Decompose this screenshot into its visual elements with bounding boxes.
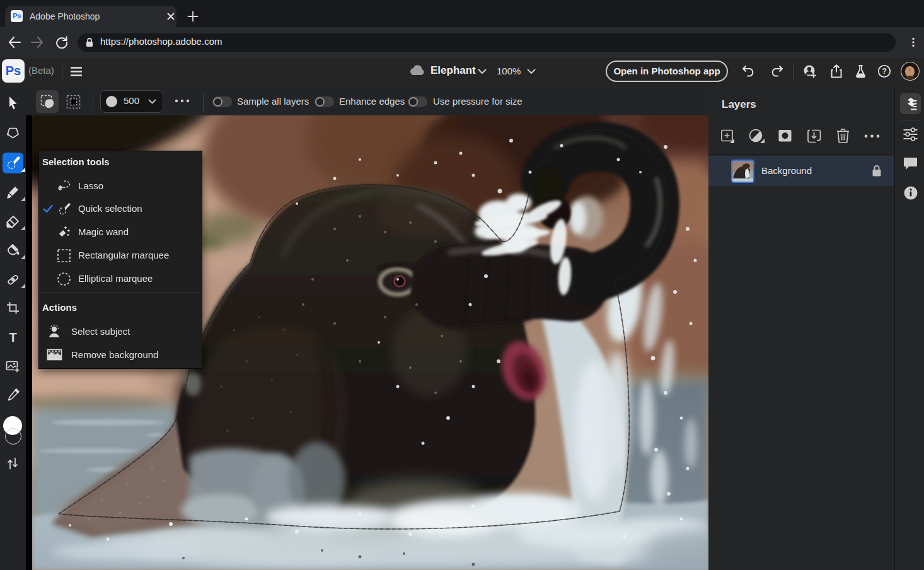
svg-text:?: ?	[882, 67, 887, 76]
